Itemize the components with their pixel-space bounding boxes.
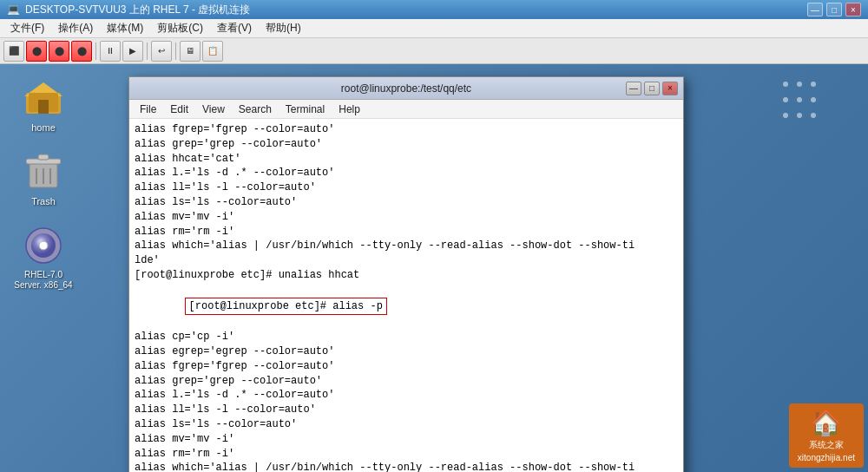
terminal-menubar: File Edit View Search Terminal Help [129, 100, 683, 119]
home-label: home [31, 122, 56, 134]
trash-image [23, 151, 64, 193]
menu-media[interactable]: 媒体(M) [100, 19, 150, 37]
term-menu-file[interactable]: File [133, 102, 163, 117]
svg-point-12 [39, 241, 48, 250]
term-line-15: alias grep='grep --color=auto' [135, 374, 678, 389]
home-icon[interactable]: home [13, 77, 74, 134]
term-menu-help[interactable]: Help [332, 102, 367, 117]
vm-window-titlebar: 💻 DESKTOP-SVTVUU3 上的 RHEL 7 - 虚拟机连接 — □ … [0, 0, 868, 19]
toolbar-sep-3 [175, 43, 176, 60]
decorative-dots [783, 82, 816, 118]
terminal-window: root@linuxprobe:/test/qq/etc — □ × File … [128, 76, 684, 472]
highlighted-command: [root@linuxprobe etc]# alias -p [185, 298, 387, 316]
term-menu-view[interactable]: View [195, 102, 232, 117]
toolbar-btn-9[interactable]: 📋 [202, 41, 223, 62]
toolbar-btn-8[interactable]: 🖥 [180, 41, 201, 62]
vm-minimize-button[interactable]: — [807, 3, 823, 16]
term-line-0: alias fgrep='fgrep --color=auto' [135, 122, 678, 137]
term-menu-edit[interactable]: Edit [163, 102, 195, 117]
term-line-1: alias grep='grep --color=auto' [135, 137, 678, 152]
svg-rect-3 [38, 100, 49, 114]
term-line-3: alias l.='ls -d .* --color=auto' [135, 166, 678, 180]
dvd-label: RHEL-7.0 Server. x86_64 [13, 270, 74, 291]
vm-window-title: DESKTOP-SVTVUU3 上的 RHEL 7 - 虚拟机连接 [25, 3, 250, 17]
term-menu-terminal[interactable]: Terminal [279, 102, 332, 117]
menu-help[interactable]: 帮助(H) [259, 19, 308, 37]
toolbar-sep-2 [147, 43, 148, 60]
watermark-icon: 🏠 [811, 409, 841, 437]
dvd-icon-wrapper[interactable]: RHEL-7.0 Server. x86_64 [13, 225, 74, 291]
watermark-line1: 系统之家 [809, 439, 844, 451]
toolbar-btn-2[interactable]: ⬤ [26, 41, 47, 62]
vm-close-button[interactable]: × [845, 3, 861, 16]
desktop: home Trash [0, 64, 868, 472]
toolbar-btn-1[interactable]: ⬛ [3, 41, 24, 62]
toolbar-btn-6[interactable]: ▶ [122, 41, 143, 62]
term-line-12: alias cp='cp -i' [135, 330, 678, 344]
term-line-19: alias mv='mv -i' [135, 432, 678, 447]
term-line-5: alias ls='ls --color=auto' [135, 195, 678, 210]
terminal-maximize-btn[interactable]: □ [644, 82, 660, 95]
dvd-image [23, 225, 64, 266]
vm-toolbar: ⬛ ⬤ ⬤ ⬤ ⏸ ▶ ↩ 🖥 📋 [0, 38, 868, 64]
menu-file[interactable]: 文件(F) [3, 19, 51, 37]
term-line-18: alias ls='ls --color=auto' [135, 417, 678, 432]
vm-window-icon: 💻 [7, 3, 20, 16]
term-line-10: [root@linuxprobe etc]# unalias hhcat [135, 268, 678, 283]
toolbar-btn-7[interactable]: ↩ [151, 41, 172, 62]
desktop-icons: home Trash [13, 77, 74, 291]
watermark: 🏠 系统之家 xitongzhijia.net [789, 403, 864, 468]
term-line-14: alias fgrep='fgrep --color=auto' [135, 359, 678, 374]
terminal-titlebar: root@linuxprobe:/test/qq/etc — □ × [129, 77, 683, 100]
home-folder-image [23, 77, 64, 119]
term-line-20: alias rm='rm -i' [135, 447, 678, 462]
term-line-8: alias which='alias | /usr/bin/which --tt… [135, 239, 678, 253]
toolbar-btn-3[interactable]: ⬤ [49, 41, 69, 62]
term-line-7: alias rm='rm -i' [135, 225, 678, 239]
term-line-2: alias hhcat='cat' [135, 152, 678, 167]
watermark-line2: xitongzhijia.net [798, 453, 855, 462]
toolbar-btn-4[interactable]: ⬤ [71, 41, 92, 62]
term-line-11-highlighted: [root@linuxprobe etc]# alias -p [135, 283, 678, 330]
svg-rect-6 [38, 154, 49, 160]
terminal-title: root@linuxprobe:/test/qq/etc [187, 82, 626, 95]
term-line-6: alias mv='mv -i' [135, 210, 678, 225]
vm-maximize-button[interactable]: □ [826, 3, 842, 16]
term-menu-search[interactable]: Search [232, 102, 279, 117]
term-line-16: alias l.='ls -d .* --color=auto' [135, 388, 678, 403]
term-line-9: lde' [135, 253, 678, 268]
terminal-minimize-btn[interactable]: — [626, 82, 641, 95]
vm-menubar: 文件(F) 操作(A) 媒体(M) 剪贴板(C) 查看(V) 帮助(H) [0, 19, 868, 38]
toolbar-btn-5[interactable]: ⏸ [100, 41, 121, 62]
term-line-21: alias which='alias | /usr/bin/which --tt… [135, 461, 678, 472]
trash-label: Trash [31, 196, 56, 207]
menu-action[interactable]: 操作(A) [51, 19, 100, 37]
terminal-body[interactable]: alias fgrep='fgrep --color=auto' alias g… [129, 119, 683, 472]
menu-clipboard[interactable]: 剪贴板(C) [150, 19, 210, 37]
trash-icon-wrapper[interactable]: Trash [13, 151, 74, 207]
term-line-4: alias ll='ls -l --color=auto' [135, 180, 678, 195]
menu-view[interactable]: 查看(V) [210, 19, 259, 37]
toolbar-sep-1 [95, 43, 96, 60]
term-line-13: alias egrep='egrep --color=auto' [135, 344, 678, 359]
terminal-close-btn[interactable]: × [662, 82, 678, 95]
term-line-17: alias ll='ls -l --color=auto' [135, 403, 678, 417]
